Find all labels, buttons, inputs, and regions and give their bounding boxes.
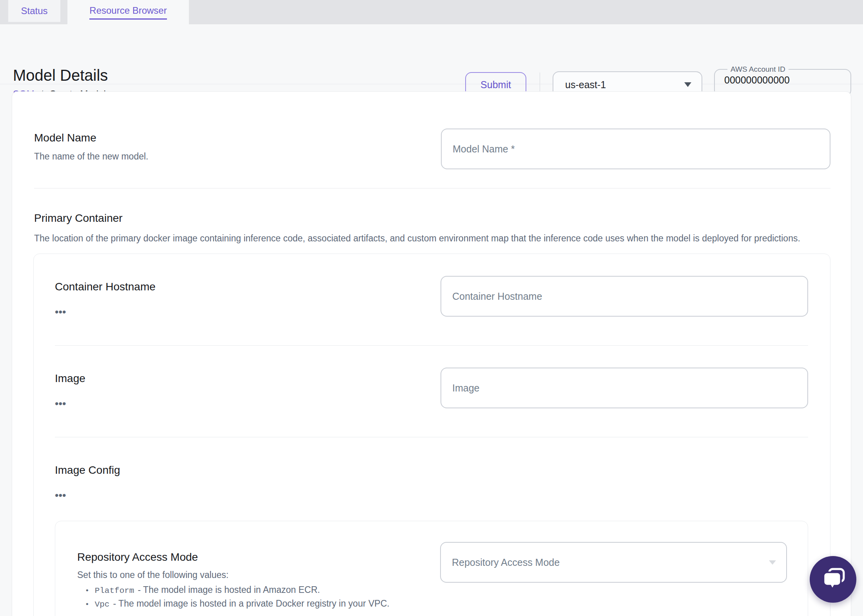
chevron-down-icon bbox=[769, 560, 776, 565]
list-item: • Vpc - The model image is hosted in a p… bbox=[77, 597, 440, 611]
model-name-labelcol: Model Name The name of the new model. bbox=[34, 129, 441, 169]
model-name-label: Model Name bbox=[34, 132, 441, 144]
region-select-value: us-east-1 bbox=[565, 79, 606, 91]
tab-resource-browser-label: Resource Browser bbox=[89, 5, 167, 20]
image-labelcol: Image ••• bbox=[55, 368, 441, 408]
bullet-icon: • bbox=[86, 598, 89, 611]
list-item: • Platform - The model image is hosted i… bbox=[77, 583, 440, 597]
model-details-card: Model Name The name of the new model. Pr… bbox=[12, 91, 851, 616]
image-label: Image bbox=[55, 372, 441, 385]
container-hostname-inputcol bbox=[441, 276, 808, 317]
model-name-description: The name of the new model. bbox=[34, 151, 441, 162]
bullet-icon: • bbox=[86, 584, 89, 597]
image-config-label: Image Config bbox=[55, 464, 808, 476]
repository-access-mode-select[interactable]: Repository Access Mode bbox=[440, 542, 787, 583]
image-more-button[interactable]: ••• bbox=[55, 401, 66, 406]
chevron-down-icon bbox=[684, 82, 691, 87]
container-hostname-input[interactable] bbox=[441, 276, 808, 317]
repository-access-mode-description: Set this to one of the following values: bbox=[77, 570, 440, 580]
image-inputcol bbox=[441, 368, 808, 408]
container-hostname-more-button[interactable]: ••• bbox=[55, 310, 66, 314]
page-title: Model Details bbox=[13, 67, 108, 84]
image-input[interactable] bbox=[441, 368, 808, 408]
chat-widget-button[interactable] bbox=[810, 556, 856, 603]
option-code-platform: Platform bbox=[95, 584, 134, 597]
image-config-more-button[interactable]: ••• bbox=[55, 493, 66, 498]
option-text-vpc: - The model image is hosted in a private… bbox=[113, 597, 389, 610]
container-hostname-labelcol: Container Hostname ••• bbox=[55, 276, 441, 317]
tab-status[interactable]: Status bbox=[8, 0, 60, 22]
model-name-input[interactable] bbox=[441, 129, 830, 169]
tab-status-label: Status bbox=[21, 5, 47, 16]
container-hostname-row: Container Hostname ••• bbox=[55, 254, 808, 346]
option-code-vpc: Vpc bbox=[95, 598, 110, 611]
image-config-card: Repository Access Mode Set this to one o… bbox=[55, 521, 808, 616]
option-text-platform: - The model image is hosted in Amazon EC… bbox=[138, 583, 320, 596]
model-name-inputcol bbox=[441, 129, 830, 169]
repository-access-mode-options-help: • Platform - The model image is hosted i… bbox=[77, 583, 440, 611]
container-hostname-label: Container Hostname bbox=[55, 281, 441, 293]
image-row: Image ••• bbox=[55, 346, 808, 437]
aws-account-id-label: AWS Account ID bbox=[727, 65, 789, 74]
primary-container-description: The location of the primary docker image… bbox=[34, 231, 830, 246]
repository-access-mode-placeholder: Repository Access Mode bbox=[452, 557, 560, 568]
primary-container-card: Container Hostname ••• Image ••• Image C… bbox=[33, 254, 830, 616]
aws-account-id-input[interactable] bbox=[724, 74, 838, 86]
image-config-row: Image Config ••• Repository Access Mode … bbox=[55, 437, 808, 616]
tab-resource-browser[interactable]: Resource Browser bbox=[67, 0, 189, 24]
repository-access-mode-label: Repository Access Mode bbox=[77, 551, 440, 563]
primary-container-label: Primary Container bbox=[34, 212, 830, 225]
repository-access-mode-labelcol: Repository Access Mode Set this to one o… bbox=[77, 521, 440, 616]
tab-bar: Status Resource Browser bbox=[0, 0, 863, 24]
chat-bubble-icon bbox=[820, 567, 846, 592]
repository-access-mode-inputcol: Repository Access Mode bbox=[440, 521, 787, 616]
model-name-row: Model Name The name of the new model. bbox=[34, 92, 830, 188]
page-header: Model Details SGM / Create Model Submit … bbox=[0, 24, 863, 84]
